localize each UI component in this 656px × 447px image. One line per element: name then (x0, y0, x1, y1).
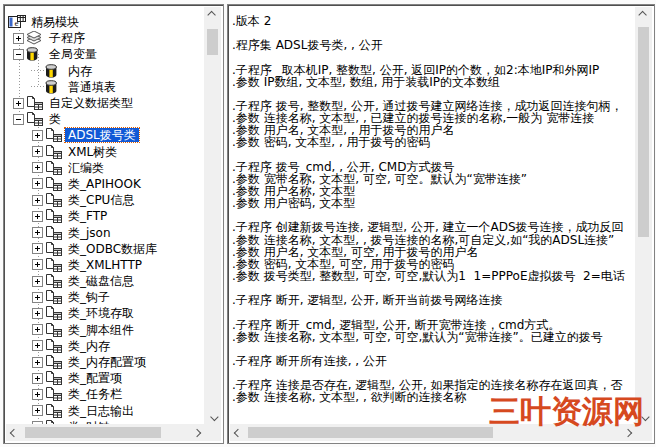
class-icon (45, 176, 65, 191)
tree-item: 类_ODBC数据库 (6, 241, 204, 257)
tree-item-label[interactable]: 子程序 (46, 31, 88, 45)
class-icon (45, 306, 65, 321)
class-icon (45, 128, 65, 143)
tree-item: 普通填表 (6, 79, 204, 95)
expand-toggle-icon[interactable] (13, 49, 24, 60)
code-vertical-scrollbar[interactable] (635, 7, 652, 424)
tree-item-label[interactable]: 普通填表 (65, 80, 119, 94)
class-icon (26, 112, 46, 127)
tree-item-label[interactable]: 全局变量 (46, 47, 100, 61)
scroll-up-button[interactable] (635, 7, 652, 22)
tree-item: ADSL拨号类 (6, 127, 204, 143)
tree-item-label[interactable]: 类_环境存取 (65, 306, 137, 320)
tree-item: 子程序 (6, 30, 204, 46)
expand-toggle-icon[interactable] (32, 308, 43, 319)
tree-item-label[interactable]: 类_CPU信息 (65, 193, 137, 207)
code-line: .参数 用户名, 文本型, 可空, 用于拨号的用户名 (232, 246, 635, 258)
tree-item-label[interactable]: 类_ODBC数据库 (65, 242, 160, 256)
class-icon (45, 193, 65, 208)
code-view[interactable]: .版本 2 .程序集 ADSL拨号类, , 公开 .子程序 _取本机IP, 整数… (232, 7, 635, 424)
tree-item-label[interactable]: 类_任务栏 (65, 387, 125, 401)
scrollbar-thumb[interactable] (248, 427, 493, 438)
scrollbar-thumb[interactable] (638, 27, 649, 237)
code-line (232, 306, 635, 318)
module-tree: e精易模块子程序全局变量内存普通填表自定义数据类型类ADSL拨号类XML树类汇编… (6, 7, 204, 424)
class-icon (45, 225, 65, 240)
tree-item-label[interactable]: XML树类 (65, 145, 120, 159)
code-line: .子程序 _取本机IP, 整数型, 公开, 返回IP的个数，如2:本地IP和外网… (232, 64, 635, 76)
class-icon (45, 403, 65, 418)
expand-toggle-icon[interactable] (32, 195, 43, 206)
expand-toggle-icon[interactable] (32, 340, 43, 351)
expand-toggle-icon[interactable] (32, 211, 43, 222)
expand-toggle-icon[interactable] (13, 33, 24, 44)
tree-item-label[interactable]: 类 (46, 112, 64, 126)
code-line: .参数 用户密码, 文本型 (232, 197, 635, 209)
expand-toggle-icon[interactable] (13, 114, 24, 125)
tree-item-label[interactable]: 类_配置项 (65, 371, 125, 385)
expand-toggle-icon[interactable] (32, 227, 43, 238)
expand-toggle-icon[interactable] (32, 130, 43, 141)
expand-toggle-icon[interactable] (13, 98, 24, 109)
tree-item: 类_FTP (6, 208, 204, 224)
tree-item-label[interactable]: 类_json (65, 226, 114, 240)
tree-item-label[interactable]: 类_FTP (65, 209, 110, 223)
code-line: .参数 连接名称, 文本型, , 拨号连接的名称,可自定义,如“我的ADSL连接… (232, 234, 635, 246)
scroll-up-button[interactable] (204, 7, 221, 22)
expand-toggle-icon[interactable] (32, 259, 43, 270)
tree-item-label[interactable]: 类_钩子 (65, 290, 113, 304)
scroll-left-button[interactable] (230, 424, 245, 441)
class-icon (45, 241, 65, 256)
chevron-right-icon (623, 428, 631, 436)
tree-vertical-scrollbar[interactable] (204, 7, 221, 424)
tree-item-label[interactable]: ADSL拨号类 (65, 128, 139, 142)
expand-toggle-icon[interactable] (32, 389, 43, 400)
tree-item-label[interactable]: 类_APIHOOK (65, 177, 144, 191)
expand-toggle-icon[interactable] (32, 324, 43, 335)
expand-toggle-icon[interactable] (32, 405, 43, 416)
module-tree-panel: e精易模块子程序全局变量内存普通填表自定义数据类型类ADSL拨号类XML树类汇编… (3, 4, 224, 444)
tree-item-label[interactable]: 类_内存配置项 (65, 355, 149, 369)
expand-toggle-icon[interactable] (32, 146, 43, 157)
expand-toggle-icon[interactable] (32, 421, 43, 424)
code-line (232, 51, 635, 63)
code-line: .子程序 拨号_cmd, , 公开, CMD方式拨号 (232, 161, 635, 173)
scrollbar-corner (204, 424, 221, 441)
class-icon (45, 371, 65, 386)
tree-item-label[interactable]: 类_内存 (65, 339, 113, 353)
scroll-left-button[interactable] (6, 424, 21, 441)
expand-toggle-icon[interactable] (32, 178, 43, 189)
tree-item-label[interactable]: 自定义数据类型 (46, 96, 136, 110)
scroll-down-button[interactable] (204, 409, 221, 424)
tree-item-label[interactable]: 内存 (65, 64, 95, 78)
class-icon (26, 96, 46, 111)
class-icon (45, 419, 65, 424)
chevron-left-icon (233, 428, 241, 436)
expand-toggle-icon[interactable] (32, 162, 43, 173)
tree-item-label[interactable]: 汇编类 (65, 161, 107, 175)
tree-item-label[interactable]: 类_脚本组件 (65, 323, 137, 337)
tree-item-label[interactable]: 精易模块 (28, 15, 82, 29)
tree-item-label[interactable]: 类_磁盘信息 (65, 274, 137, 288)
tree-item-label[interactable]: 类_日志输出 (65, 404, 137, 418)
tree-horizontal-scrollbar[interactable] (6, 424, 204, 441)
chevron-up-icon (638, 10, 646, 18)
chevron-right-icon (192, 428, 200, 436)
scrollbar-thumb[interactable] (207, 29, 218, 55)
scroll-right-button[interactable] (189, 424, 204, 441)
expand-toggle-icon[interactable] (32, 292, 43, 303)
tree-connector (31, 86, 45, 87)
expand-toggle-icon[interactable] (32, 357, 43, 368)
expand-toggle-icon[interactable] (32, 373, 43, 384)
class-icon (45, 144, 65, 159)
tree-item-label[interactable]: 类_时钟 (65, 420, 113, 424)
scrollbar-thumb[interactable] (25, 427, 161, 438)
tree-item: e精易模块 (6, 14, 204, 30)
tree-item-label[interactable]: 类_XMLHTTP (65, 258, 145, 272)
code-line: .参数 拨号类型, 整数型, 可空, 可空,默认为1 1=PPPoE虚拟拨号 2… (232, 270, 635, 282)
code-line (232, 149, 635, 161)
expand-toggle-icon[interactable] (32, 243, 43, 254)
tree-item: 类_日志输出 (6, 403, 204, 419)
expand-toggle-icon[interactable] (32, 276, 43, 287)
tree-item: 汇编类 (6, 160, 204, 176)
